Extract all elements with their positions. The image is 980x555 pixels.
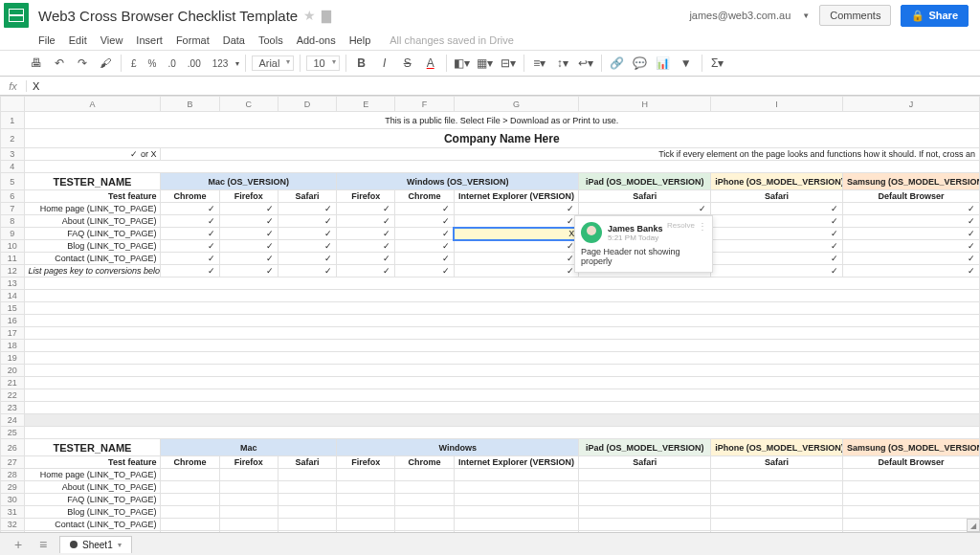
row-header[interactable]: 30: [1, 494, 25, 506]
cell[interactable]: ✓: [454, 265, 579, 278]
folder-icon[interactable]: ▇: [322, 9, 331, 23]
cell[interactable]: Company Name Here: [24, 129, 980, 148]
fx-icon[interactable]: fx: [0, 80, 27, 92]
row-header[interactable]: 25: [1, 427, 25, 439]
chart-icon[interactable]: 📊: [654, 54, 673, 73]
cell[interactable]: [24, 365, 980, 377]
cell[interactable]: [24, 327, 980, 340]
resolve-button[interactable]: Resolve: [667, 221, 695, 230]
row-header[interactable]: 24: [1, 414, 25, 427]
cell[interactable]: ✓: [161, 228, 219, 240]
cell[interactable]: Windows (OS_VERSION): [337, 173, 579, 190]
row-header[interactable]: 17: [1, 327, 25, 340]
row-header[interactable]: 15: [1, 302, 25, 315]
cell[interactable]: ✓: [711, 228, 843, 240]
cell[interactable]: ✓: [219, 253, 278, 265]
cell[interactable]: iPhone (OS_MODEL_VERSION): [711, 173, 843, 190]
cell[interactable]: ✓: [219, 228, 278, 240]
cell[interactable]: Test feature: [24, 190, 161, 203]
cell[interactable]: ✓: [843, 203, 980, 215]
cell[interactable]: [24, 161, 980, 173]
cell[interactable]: ✓: [843, 253, 980, 265]
cell[interactable]: ✓: [278, 203, 336, 215]
cell[interactable]: Firefox: [337, 190, 395, 203]
col-header[interactable]: E: [337, 97, 395, 112]
col-header[interactable]: G: [454, 97, 579, 112]
col-header[interactable]: I: [711, 97, 843, 112]
dec-increase-icon[interactable]: .00: [184, 54, 205, 73]
cell[interactable]: Chrome: [161, 190, 219, 203]
cell[interactable]: [24, 352, 980, 365]
share-button[interactable]: 🔒 Share: [901, 5, 969, 27]
cell[interactable]: About (LINK_TO_PAGE): [24, 215, 161, 228]
cell[interactable]: ✓: [337, 203, 395, 215]
cell[interactable]: Samsung (OS_MODEL_VERSION): [843, 173, 980, 190]
cell[interactable]: Safari: [579, 190, 711, 203]
cell[interactable]: ✓: [278, 265, 336, 278]
menu-view[interactable]: View: [100, 34, 123, 46]
cell[interactable]: Default Browser: [843, 190, 980, 203]
cell[interactable]: Chrome: [161, 456, 219, 469]
cell[interactable]: ✓: [395, 265, 454, 278]
cell[interactable]: Contact (LINK_TO_PAGE): [24, 519, 161, 531]
cell[interactable]: ✓: [395, 253, 454, 265]
col-header[interactable]: H: [579, 97, 711, 112]
cell[interactable]: Internet Explorer (VERSION): [454, 190, 579, 203]
menu-file[interactable]: File: [38, 34, 56, 46]
filter-icon[interactable]: ▼: [677, 54, 696, 73]
cell[interactable]: Blog (LINK_TO_PAGE): [24, 506, 161, 519]
cell[interactable]: ✓: [278, 215, 336, 228]
cell[interactable]: Contact (LINK_TO_PAGE): [24, 253, 161, 265]
row-header[interactable]: 2: [1, 129, 25, 148]
cell[interactable]: Blog (LINK_TO_PAGE): [24, 240, 161, 253]
row-header[interactable]: 29: [1, 481, 25, 494]
row-header[interactable]: 12: [1, 265, 25, 278]
cell[interactable]: ✓: [161, 215, 219, 228]
menu-insert[interactable]: Insert: [136, 34, 163, 46]
col-header[interactable]: J: [843, 97, 980, 112]
h-align-icon[interactable]: ≡▾: [530, 54, 549, 73]
sheets-app-icon[interactable]: [4, 3, 29, 28]
cell[interactable]: [24, 427, 980, 439]
col-header[interactable]: C: [219, 97, 278, 112]
cell[interactable]: ✓: [337, 253, 395, 265]
cell[interactable]: TESTER_NAME: [24, 439, 161, 456]
menu-edit[interactable]: Edit: [69, 34, 87, 46]
row-header[interactable]: 1: [1, 112, 25, 129]
cell[interactable]: ✓: [219, 265, 278, 278]
cell[interactable]: ✓: [219, 215, 278, 228]
cell[interactable]: ✓: [161, 253, 219, 265]
cell[interactable]: [24, 402, 980, 414]
row-header[interactable]: 28: [1, 469, 25, 481]
functions-icon[interactable]: Σ▾: [708, 54, 727, 73]
cell[interactable]: ✓: [843, 240, 980, 253]
document-title[interactable]: Web3 Cross Browser Checklist Template: [38, 8, 298, 24]
col-header[interactable]: F: [395, 97, 454, 112]
redo-icon[interactable]: ↷: [73, 54, 92, 73]
select-all-corner[interactable]: [1, 97, 25, 112]
link-icon[interactable]: 🔗: [608, 54, 627, 73]
cell[interactable]: [24, 414, 980, 427]
cell[interactable]: Samsung (OS_MODEL_VERSION): [843, 439, 980, 456]
cell[interactable]: Home page (LINK_TO_PAGE): [24, 203, 161, 215]
cell[interactable]: ✓: [454, 240, 579, 253]
cell[interactable]: List pages key to conversions below: [24, 265, 161, 278]
cell[interactable]: iPad (OS_MODEL_VERSION): [579, 173, 711, 190]
col-header[interactable]: B: [161, 97, 219, 112]
cell[interactable]: This is a public file. Select File > Dow…: [24, 112, 980, 129]
col-header[interactable]: A: [24, 97, 161, 112]
print-icon[interactable]: 🖶: [27, 54, 46, 73]
row-header[interactable]: 20: [1, 365, 25, 377]
cell[interactable]: ✓: [337, 228, 395, 240]
cell[interactable]: ✓: [395, 203, 454, 215]
cell[interactable]: Safari: [711, 456, 843, 469]
cell[interactable]: Default Browser: [843, 456, 980, 469]
cell[interactable]: Internet Explorer (VERSION): [454, 456, 579, 469]
cell[interactable]: Safari: [711, 190, 843, 203]
row-header[interactable]: 11: [1, 253, 25, 265]
cell[interactable]: ✓: [278, 240, 336, 253]
cell[interactable]: ✓: [454, 215, 579, 228]
cell[interactable]: Home page (LINK_TO_PAGE): [24, 469, 161, 481]
cell[interactable]: ✓: [454, 203, 579, 215]
row-header[interactable]: 3: [1, 148, 25, 161]
